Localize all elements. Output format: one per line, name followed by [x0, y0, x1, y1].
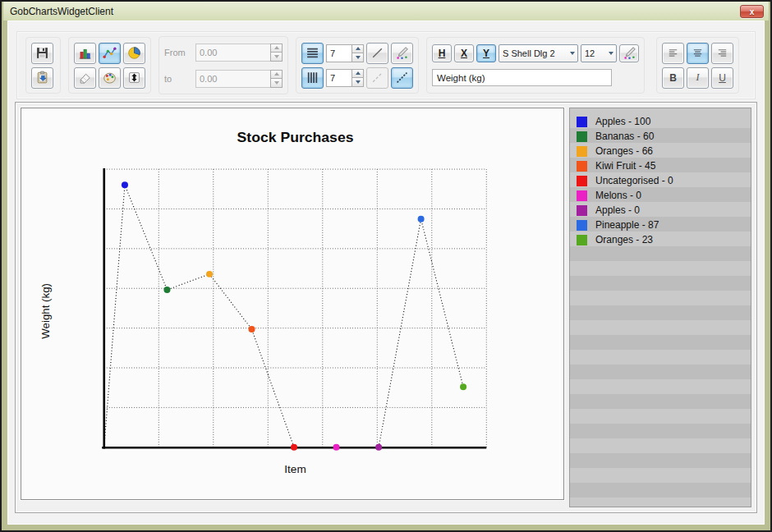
toolbar-group-grid: [296, 37, 419, 94]
legend-item-label: Apples - 0: [595, 204, 640, 216]
export-icon: [127, 71, 141, 85]
spin-up-arrow-icon: [274, 46, 279, 49]
legend-item[interactable]: Apples - 100: [570, 114, 751, 129]
toolbar-group-format: B I U: [656, 37, 739, 94]
dotted-line-icon: [395, 71, 409, 85]
horizontal-grid-count-input[interactable]: [326, 44, 352, 62]
pie-chart-button[interactable]: [123, 43, 145, 64]
legend-item[interactable]: Uncategorised - 0: [570, 173, 751, 188]
align-right-button[interactable]: [711, 43, 733, 64]
legend-item-label: Oranges - 23: [595, 234, 653, 245]
data-point[interactable]: [375, 444, 382, 451]
y-label-button[interactable]: Y: [476, 44, 496, 62]
export-button[interactable]: [123, 67, 145, 89]
align-left-icon: [667, 47, 679, 59]
x-label-button[interactable]: X: [454, 44, 474, 62]
font-family-combo[interactable]: S Shell Dlg 2: [499, 44, 578, 62]
dashed-line-style-button[interactable]: [366, 67, 388, 89]
spin-up-arrow-icon: [274, 72, 279, 76]
h-grid-down-button[interactable]: [352, 53, 364, 62]
window-title: GobChartsWidgetClient: [10, 6, 113, 17]
italic-button[interactable]: I: [687, 67, 709, 89]
axis-label-input[interactable]: [432, 69, 612, 86]
legend-item[interactable]: Apples - 0: [570, 203, 751, 218]
legend-swatch-icon: [577, 205, 587, 216]
pen-color-icon: [395, 46, 409, 60]
legend-item[interactable]: Bananas - 60: [570, 129, 751, 144]
vertical-grid-button[interactable]: [301, 67, 324, 89]
font-color-button[interactable]: [619, 44, 639, 62]
save-button[interactable]: [31, 43, 53, 64]
range-from-input[interactable]: [195, 44, 270, 62]
data-point[interactable]: [460, 383, 466, 390]
legend-swatch-icon: [577, 161, 587, 172]
solid-line-style-button[interactable]: [366, 43, 388, 64]
x-letter: X: [461, 48, 467, 59]
align-left-button[interactable]: [662, 43, 684, 64]
legend-list: Apples - 100Bananas - 60Oranges - 66Kiwi…: [570, 114, 751, 247]
data-point[interactable]: [206, 271, 213, 277]
data-point[interactable]: [291, 444, 297, 451]
range-to-down-button[interactable]: [270, 79, 283, 88]
chart-title: Stock Purchases: [237, 130, 354, 146]
y-axis-label: Weight (kg): [39, 283, 52, 339]
bold-button[interactable]: B: [662, 67, 684, 89]
legend-item-label: Uncategorised - 0: [595, 175, 673, 186]
legend-item[interactable]: Oranges - 23: [570, 232, 751, 247]
legend-item[interactable]: Oranges - 66: [570, 144, 751, 158]
chevron-down-icon: [570, 52, 575, 55]
legend-swatch-icon: [577, 176, 587, 186]
clear-button[interactable]: [74, 67, 96, 89]
align-center-button[interactable]: [687, 43, 709, 64]
legend-item[interactable]: Pineapple - 87: [570, 218, 751, 232]
font-size-combo[interactable]: 12: [581, 44, 617, 62]
chart-view[interactable]: Stock PurchasesItemWeight (kg): [21, 108, 564, 500]
legend-item[interactable]: Melons - 0: [570, 188, 751, 203]
align-right-icon: [716, 47, 728, 59]
data-point[interactable]: [418, 216, 425, 222]
data-point[interactable]: [333, 444, 339, 451]
align-center-icon: [692, 47, 704, 59]
titlebar[interactable]: GobChartsWidgetClient x: [3, 2, 769, 21]
chevron-down-icon: [609, 52, 613, 55]
legend-swatch-icon: [577, 146, 587, 157]
range-from-label: From: [164, 48, 192, 57]
range-from-up-button[interactable]: [270, 44, 283, 53]
close-icon: x: [750, 7, 755, 16]
close-button[interactable]: x: [740, 5, 764, 18]
range-from-down-button[interactable]: [270, 53, 283, 62]
legend-item-label: Oranges - 66: [595, 145, 653, 157]
range-to-input[interactable]: [195, 70, 270, 88]
v-grid-up-button[interactable]: [352, 69, 364, 79]
colors-button[interactable]: [99, 67, 121, 89]
underline-button[interactable]: U: [711, 67, 733, 89]
font-family-value: S Shell Dlg 2: [503, 48, 570, 58]
legend-item-label: Melons - 0: [595, 190, 641, 201]
bold-letter: B: [669, 72, 677, 84]
toolbar-group-labels: H X Y S Shell Dlg 2 12: [426, 37, 645, 94]
line-chart-button[interactable]: [99, 43, 121, 64]
vertical-grid-count-spinner: [326, 69, 364, 87]
vertical-grid-count-input[interactable]: [326, 69, 352, 87]
pen-color-icon: [623, 46, 636, 60]
v-grid-icon: [306, 71, 319, 85]
legend-swatch-icon: [577, 117, 587, 127]
legend-item[interactable]: Kiwi Fruit - 45: [570, 158, 751, 173]
data-point[interactable]: [163, 287, 170, 293]
h-grid-up-button[interactable]: [352, 44, 364, 54]
v-grid-down-button[interactable]: [352, 78, 364, 87]
bar-chart-button[interactable]: [74, 43, 96, 64]
underline-letter: U: [719, 72, 726, 84]
data-point[interactable]: [248, 326, 255, 332]
grid-color-button[interactable]: [391, 43, 413, 64]
save-icon: [35, 46, 49, 60]
data-point[interactable]: [122, 181, 128, 188]
legend-swatch-icon: [577, 220, 587, 231]
paste-button[interactable]: [31, 67, 53, 89]
dotted-line-style-button[interactable]: [391, 67, 413, 89]
horizontal-grid-button[interactable]: [301, 43, 324, 64]
toolbar-group-file: [25, 37, 61, 94]
header-label-button[interactable]: H: [432, 44, 452, 62]
app-window: GobChartsWidgetClient x: [0, 0, 772, 532]
range-to-up-button[interactable]: [270, 70, 283, 80]
